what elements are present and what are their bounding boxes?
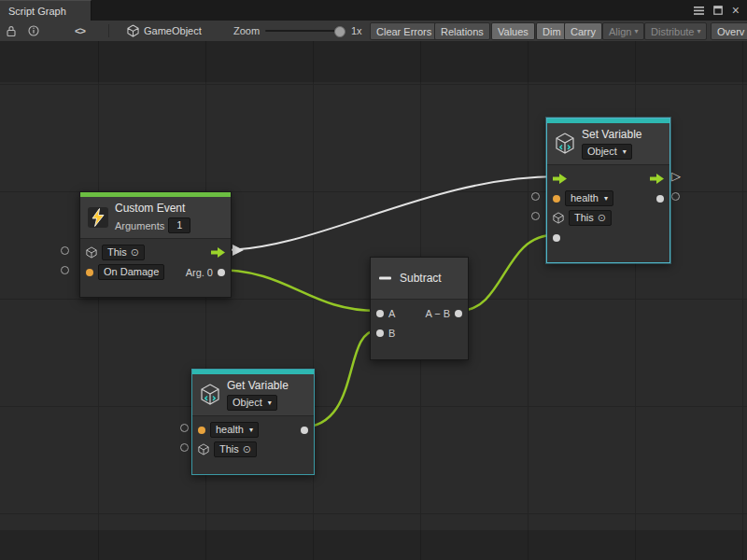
zoom-value: 1x <box>351 21 362 41</box>
chevron-down-icon: ▾ <box>268 397 272 409</box>
subtract-icon <box>378 271 393 286</box>
input-b-port[interactable] <box>376 329 384 337</box>
chevron-down-icon: ▾ <box>623 146 627 158</box>
cube-icon <box>553 212 564 224</box>
value-output-port[interactable] <box>656 195 664 203</box>
lock-icon[interactable] <box>6 21 17 41</box>
overview-button[interactable]: Overv <box>711 22 747 40</box>
result-label: A − B <box>425 308 450 319</box>
maximize-icon[interactable] <box>713 6 723 15</box>
graph-canvas[interactable]: ▷ Custom Event Arguments 1 This <box>0 41 747 560</box>
close-icon[interactable]: × <box>732 4 740 17</box>
set-variable-output-outer-port[interactable] <box>671 192 680 201</box>
target-picker-icon[interactable]: ⊙ <box>243 443 251 455</box>
values-toggle[interactable]: Values <box>491 22 535 40</box>
relations-button[interactable]: Relations <box>434 22 490 40</box>
tab-title: Script Graph <box>8 6 66 17</box>
cube-icon <box>198 443 209 455</box>
node-footer <box>192 463 314 474</box>
zoom-slider-handle[interactable] <box>334 26 345 37</box>
variable-cube-icon <box>555 133 575 155</box>
tab-script-graph[interactable]: Script Graph <box>0 0 92 21</box>
chevron-down-icon: ▾ <box>249 424 253 436</box>
zoom-slider[interactable] <box>265 30 344 32</box>
tab-bar: Script Graph × <box>0 0 747 21</box>
node-custom-event[interactable]: Custom Event Arguments 1 This ⊙ <box>79 191 232 298</box>
wire-direction-arrow <box>233 245 244 256</box>
result-output-port[interactable] <box>455 310 462 317</box>
node-footer <box>547 251 669 262</box>
arguments-count-field[interactable]: 1 <box>168 217 190 233</box>
get-variable-this-outer-port[interactable] <box>180 443 189 452</box>
node-title: Set Variable <box>582 128 641 141</box>
set-variable-name-outer-port[interactable] <box>531 192 540 201</box>
target-picker-icon[interactable]: ⊙ <box>598 212 606 224</box>
node-title: Custom Event <box>115 202 185 215</box>
target-picker-icon[interactable]: ⊙ <box>131 246 139 259</box>
variable-name-dropdown[interactable]: health ▾ <box>565 190 613 206</box>
node-subtract[interactable]: Subtract A A − B B <box>370 257 469 360</box>
align-dropdown[interactable]: Align▾ <box>602 22 644 40</box>
info-icon[interactable] <box>28 21 39 41</box>
node-title: Subtract <box>400 272 442 285</box>
event-name-port[interactable] <box>86 269 93 276</box>
window-controls: × <box>694 0 747 21</box>
variable-scope-dropdown[interactable]: Object ▾ <box>582 144 632 160</box>
flow-output-port[interactable] <box>211 247 225 258</box>
clear-errors-button[interactable]: Clear Errors <box>370 22 438 40</box>
chevron-down-icon: ▾ <box>604 192 608 204</box>
panel-menu-icon[interactable] <box>694 7 704 15</box>
input-a-label: A <box>388 308 395 319</box>
flow-output-port[interactable] <box>650 174 664 184</box>
this-object-field[interactable]: This ⊙ <box>569 210 612 226</box>
cube-icon <box>127 24 139 37</box>
this-object-field[interactable]: This ⊙ <box>214 441 257 457</box>
new-value-input-port[interactable] <box>553 234 560 242</box>
value-output-port[interactable] <box>301 427 308 434</box>
gameobject-label: GameObject <box>144 25 202 36</box>
input-b-label: B <box>388 328 395 339</box>
carry-toggle[interactable]: Carry <box>564 22 602 40</box>
custom-event-name-outer-port[interactable] <box>61 266 69 274</box>
arguments-label: Arguments <box>115 220 164 231</box>
this-object-field[interactable]: This ⊙ <box>102 245 145 260</box>
get-variable-name-outer-port[interactable] <box>180 424 189 432</box>
wire-arg0-to-subtract-a[interactable] <box>217 270 377 311</box>
node-footer <box>80 286 231 297</box>
cube-icon <box>86 246 97 259</box>
input-a-port[interactable] <box>376 310 384 317</box>
lightning-icon <box>88 207 108 228</box>
node-title: Get Variable <box>227 379 289 392</box>
custom-event-this-outer-port[interactable] <box>61 246 69 255</box>
dim-toggle[interactable]: Dim <box>536 22 568 40</box>
arg0-output-port[interactable] <box>218 269 225 276</box>
graph-toolbar: <> GameObject Zoom 1x Clear Errors Relat… <box>0 21 747 42</box>
set-variable-flow-out-outer-port[interactable]: ▷ <box>671 170 681 182</box>
node-set-variable[interactable]: Set Variable Object ▾ <box>546 118 670 263</box>
variable-name-port[interactable] <box>198 427 205 434</box>
variable-name-dropdown[interactable]: health ▾ <box>210 422 259 438</box>
edit-graph-icon[interactable]: <> <box>75 21 85 41</box>
gameobject-reference-button[interactable]: GameObject <box>127 21 202 41</box>
flow-input-port[interactable] <box>553 174 567 184</box>
wire-subtract-to-setvariable-value[interactable] <box>459 235 553 311</box>
toolbar-separator <box>108 24 109 37</box>
arg0-port-label: Arg. 0 <box>186 267 213 278</box>
variable-name-port[interactable] <box>553 195 560 203</box>
chevron-down-icon: ▾ <box>634 27 638 35</box>
node-get-variable[interactable]: Get Variable Object ▾ health ▾ This <box>191 369 315 475</box>
node-footer <box>371 346 468 359</box>
event-name-field[interactable]: On Damage <box>98 264 164 280</box>
distribute-dropdown[interactable]: Distribute▾ <box>644 22 707 40</box>
zoom-label: Zoom <box>233 21 260 41</box>
variable-cube-icon <box>200 384 220 406</box>
variable-scope-dropdown[interactable]: Object ▾ <box>227 395 277 411</box>
chevron-down-icon: ▾ <box>697 27 700 35</box>
set-variable-this-outer-port[interactable] <box>531 212 540 220</box>
wire-flow-customevent-to-setvariable[interactable] <box>222 176 557 250</box>
